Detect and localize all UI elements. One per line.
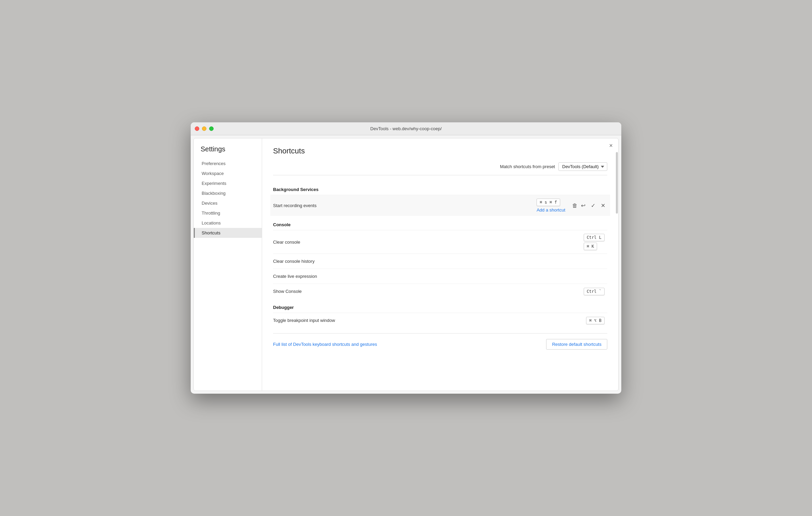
preset-label: Match shortcuts from preset — [500, 164, 555, 169]
key-badge-ctrl-backtick: Ctrl ` — [584, 288, 605, 295]
settings-dialog: Settings Preferences Workspace Experimen… — [193, 138, 619, 391]
cancel-edit-button[interactable]: ✕ — [599, 201, 607, 210]
shortcut-keys-start-recording: ⌘ s ⌘ f Add a shortcut — [537, 199, 565, 213]
maximize-button[interactable] — [209, 126, 214, 131]
minimize-button[interactable] — [202, 126, 206, 131]
shortcut-row-clear-console: Clear console Ctrl L ⌘ K — [273, 230, 607, 254]
page-title: Shortcuts — [273, 147, 607, 155]
sidebar-item-blackboxing[interactable]: Blackboxing — [194, 188, 262, 198]
section-header-debugger: Debugger — [273, 301, 607, 313]
shortcut-keys-clear-console: Ctrl L ⌘ K — [584, 234, 605, 250]
main-panel: × Shortcuts Match shortcuts from preset … — [262, 138, 618, 391]
titlebar: DevTools - web.dev/why-coop-coep/ — [191, 122, 621, 135]
section-console: Console Clear console Ctrl L ⌘ K Clear c… — [273, 219, 607, 299]
undo-edit-button[interactable]: ↩ — [579, 201, 587, 210]
scrollbar-thumb — [616, 152, 618, 214]
shortcut-row-toggle-breakpoint: Toggle breakpoint input window ⌘ ⌥ B — [273, 313, 607, 328]
traffic-lights — [195, 126, 214, 131]
window-title: DevTools - web.dev/why-coop-coep/ — [370, 126, 442, 131]
sidebar-item-throttling[interactable]: Throttling — [194, 208, 262, 218]
sidebar-item-workspace[interactable]: Workspace — [194, 168, 262, 178]
key-badge-ctrl-l: Ctrl L — [584, 234, 605, 241]
sidebar-item-experiments[interactable]: Experiments — [194, 178, 262, 188]
shortcut-keys-show-console: Ctrl ` — [584, 288, 605, 295]
confirm-edit-button[interactable]: ✓ — [589, 201, 597, 210]
shortcut-row-create-live-expression: Create live expression — [273, 269, 607, 284]
close-button[interactable] — [195, 126, 199, 131]
sidebar-heading: Settings — [194, 145, 262, 159]
shortcut-name-clear-console: Clear console — [273, 240, 584, 245]
window: DevTools - web.dev/why-coop-coep/ Settin… — [191, 122, 621, 394]
footer-row: Full list of DevTools keyboard shortcuts… — [273, 333, 607, 350]
sidebar-item-locations[interactable]: Locations — [194, 218, 262, 228]
sidebar-item-devices[interactable]: Devices — [194, 198, 262, 208]
shortcut-keys-toggle-breakpoint: ⌘ ⌥ B — [586, 317, 605, 324]
sidebar-item-shortcuts[interactable]: Shortcuts — [194, 228, 262, 238]
section-debugger: Debugger Toggle breakpoint input window … — [273, 301, 607, 328]
shortcut-actions-recording: 🗑 — [571, 202, 579, 209]
full-list-link[interactable]: Full list of DevTools keyboard shortcuts… — [273, 342, 377, 347]
shortcut-name-start-recording: Start recording events — [273, 203, 537, 208]
preset-row: Match shortcuts from preset DevTools (De… — [273, 162, 607, 175]
shortcut-row-start-recording: Start recording events ⌘ s ⌘ f Add a sho… — [270, 195, 610, 216]
key-badge-cmd-opt-b: ⌘ ⌥ B — [586, 317, 605, 324]
restore-defaults-button[interactable]: Restore default shortcuts — [546, 339, 607, 350]
section-header-background-services: Background Services — [273, 184, 607, 195]
shortcut-name-create-live-expression: Create live expression — [273, 274, 605, 279]
dialog-close-button[interactable]: × — [609, 142, 613, 149]
delete-shortcut-button[interactable]: 🗑 — [571, 202, 579, 209]
shortcut-name-show-console: Show Console — [273, 289, 584, 294]
shortcut-name-clear-console-history: Clear console history — [273, 259, 605, 264]
scrollbar-track[interactable] — [615, 138, 618, 391]
add-shortcut-link[interactable]: Add a shortcut — [537, 207, 565, 213]
key-badge-cmd-s-cmd-f: ⌘ s ⌘ f — [537, 199, 560, 206]
sidebar-item-preferences[interactable]: Preferences — [194, 159, 262, 168]
section-header-console: Console — [273, 219, 607, 230]
sidebar: Settings Preferences Workspace Experimen… — [194, 138, 262, 391]
section-background-services: Background Services Start recording even… — [273, 184, 607, 216]
shortcut-name-toggle-breakpoint: Toggle breakpoint input window — [273, 318, 586, 323]
shortcut-row-show-console: Show Console Ctrl ` — [273, 284, 607, 299]
preset-select[interactable]: DevTools (Default) VS Code — [558, 162, 607, 171]
shortcut-row-clear-console-history: Clear console history — [273, 254, 607, 269]
editing-actions: ↩ ✓ ✕ — [579, 201, 607, 210]
key-badge-cmd-k: ⌘ K — [584, 243, 597, 250]
